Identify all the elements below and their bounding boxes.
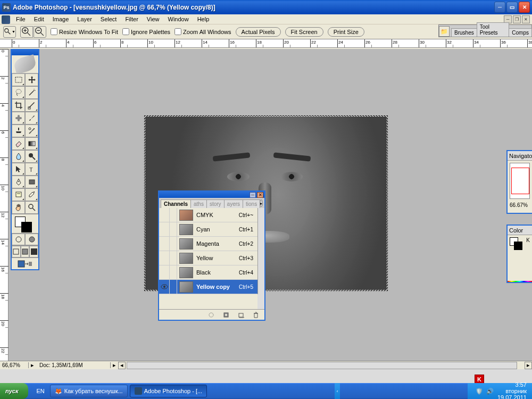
- scroll-right-button[interactable]: ▸: [525, 362, 532, 369]
- tab-channels[interactable]: Channels: [161, 200, 191, 208]
- channels-panel-titlebar[interactable]: ─ ✕: [159, 192, 264, 198]
- file-browser-icon[interactable]: 📁: [439, 26, 450, 37]
- channel-row-yellow[interactable]: YellowCtrl+3: [159, 251, 264, 265]
- mdi-close-button[interactable]: ✕: [522, 15, 530, 23]
- lasso-tool[interactable]: [12, 86, 25, 99]
- well-tab-brushes[interactable]: Brushes: [451, 28, 477, 37]
- tab-layers[interactable]: ayers: [224, 200, 243, 208]
- slice-tool[interactable]: [25, 99, 38, 112]
- fullscreen-button[interactable]: [29, 246, 38, 257]
- tab-history[interactable]: story: [206, 200, 225, 208]
- channel-row-black[interactable]: BlackCtrl+4: [159, 265, 264, 280]
- visibility-toggle[interactable]: [159, 265, 170, 279]
- scroll-left-button[interactable]: ◂: [118, 362, 126, 369]
- fullscreen-menu-button[interactable]: [21, 246, 30, 257]
- panel-menu-button[interactable]: ▸: [260, 200, 263, 207]
- status-menu-left[interactable]: ▸: [29, 362, 36, 369]
- pen-tool[interactable]: [12, 176, 25, 188]
- channels-scrollbar[interactable]: [257, 208, 264, 294]
- well-tab-comps[interactable]: Comps: [509, 28, 532, 37]
- start-button[interactable]: пуск: [0, 383, 28, 399]
- menu-help[interactable]: Help: [193, 15, 214, 23]
- visibility-toggle[interactable]: [159, 237, 170, 251]
- ruler-vertical[interactable]: 0246810121416182022: [0, 49, 9, 361]
- rectangular-marquee-tool[interactable]: [12, 73, 25, 86]
- jump-to-imageready-button[interactable]: [12, 257, 38, 269]
- close-button[interactable]: ✕: [519, 2, 530, 13]
- resize-windows-checkbox[interactable]: Resize Windows To Fit: [51, 28, 118, 35]
- taskbar-item-firefox[interactable]: 🦊Как убрать веснушк...: [50, 385, 128, 397]
- navigator-thumbnail[interactable]: [510, 163, 530, 199]
- print-size-button[interactable]: Print Size: [328, 27, 364, 37]
- menu-image[interactable]: Image: [48, 15, 73, 23]
- zoom-tool[interactable]: [25, 201, 38, 214]
- color-spectrum[interactable]: [508, 281, 532, 283]
- zoom-in-button[interactable]: [20, 26, 33, 38]
- history-brush-tool[interactable]: [25, 124, 38, 137]
- tab-color[interactable]: Color: [509, 227, 523, 234]
- fit-screen-button[interactable]: Fit Screen: [285, 27, 323, 37]
- channel-row-cyan[interactable]: CyanCtrl+1: [159, 222, 264, 237]
- actual-pixels-button[interactable]: Actual Pixels: [236, 27, 281, 37]
- panel-minimize-button[interactable]: ─: [250, 192, 256, 198]
- tray-icon-2[interactable]: 🔊: [486, 387, 494, 395]
- ignore-palettes-checkbox[interactable]: Ignore Palettes: [122, 28, 170, 35]
- zoom-tool-preset-picker[interactable]: ▼: [3, 26, 16, 38]
- zoom-out-button[interactable]: [34, 26, 46, 38]
- menu-edit[interactable]: Edit: [30, 15, 48, 23]
- well-tab-toolpresets[interactable]: Tool Presets: [477, 22, 510, 37]
- navigator-viewbox[interactable]: [511, 168, 529, 194]
- type-tool[interactable]: T: [25, 163, 38, 176]
- menu-layer[interactable]: Layer: [73, 15, 96, 23]
- visibility-toggle[interactable]: [159, 208, 170, 222]
- load-selection-button[interactable]: [207, 311, 215, 319]
- tab-actions[interactable]: tions: [243, 200, 260, 208]
- clock[interactable]: 3:57 вторник 19.07.2011: [497, 381, 527, 399]
- document-icon[interactable]: [2, 15, 10, 24]
- color-swatches[interactable]: [12, 214, 38, 233]
- clone-stamp-tool[interactable]: [12, 124, 25, 137]
- move-tool[interactable]: [25, 73, 38, 86]
- channel-row-cmyk[interactable]: CMYKCtrl+~: [159, 208, 264, 222]
- standard-screen-button[interactable]: [12, 246, 21, 257]
- notes-tool[interactable]: [12, 188, 25, 201]
- menu-select[interactable]: Select: [96, 15, 121, 23]
- maximize-button[interactable]: ▭: [506, 2, 518, 13]
- systray-expand-button[interactable]: ‹: [335, 383, 340, 399]
- visibility-toggle[interactable]: [159, 222, 170, 236]
- visibility-toggle[interactable]: [159, 251, 170, 265]
- panel-close-button[interactable]: ✕: [257, 192, 263, 198]
- blur-tool[interactable]: [12, 150, 25, 163]
- new-channel-button[interactable]: [237, 311, 245, 319]
- tab-paths[interactable]: aths: [190, 200, 207, 208]
- toolbox-titlebar[interactable]: [12, 49, 38, 55]
- hand-tool[interactable]: [12, 201, 25, 214]
- navigator-zoom-value[interactable]: 66.67%: [508, 201, 532, 209]
- dodge-tool[interactable]: [25, 150, 38, 163]
- status-menu-right[interactable]: ▸: [111, 362, 118, 369]
- path-selection-tool[interactable]: [12, 163, 25, 176]
- standard-mode-button[interactable]: [12, 234, 25, 245]
- eyedropper-tool[interactable]: [25, 188, 38, 201]
- color-background-swatch[interactable]: [514, 242, 522, 250]
- menu-file[interactable]: File: [12, 15, 30, 23]
- tab-navigator[interactable]: Navigator: [509, 153, 532, 159]
- zoom-level-field[interactable]: 66,67%: [0, 362, 29, 368]
- brush-tool[interactable]: [25, 112, 38, 124]
- channel-row-magenta[interactable]: MagentaCtrl+2: [159, 237, 264, 251]
- menu-window[interactable]: Window: [164, 15, 193, 23]
- ruler-horizontal[interactable]: 02468101214161820222426283032343638: [0, 39, 532, 48]
- tray-icon-1[interactable]: 🛡️: [475, 387, 484, 395]
- menu-filter[interactable]: Filter: [121, 15, 142, 23]
- language-indicator[interactable]: EN: [34, 387, 48, 395]
- channel-row-yellow-copy[interactable]: Yellow copyCtrl+5: [159, 280, 264, 294]
- visibility-toggle[interactable]: [159, 280, 170, 294]
- delete-channel-button[interactable]: [252, 311, 260, 319]
- background-color[interactable]: [21, 222, 32, 232]
- minimize-button[interactable]: ─: [494, 2, 505, 13]
- crop-tool[interactable]: [12, 99, 25, 112]
- mdi-restore-button[interactable]: ❐: [513, 15, 521, 23]
- eraser-tool[interactable]: [12, 137, 25, 150]
- gradient-tool[interactable]: [25, 137, 38, 150]
- taskbar-item-photoshop[interactable]: Adobe Photoshop - [...: [130, 385, 207, 397]
